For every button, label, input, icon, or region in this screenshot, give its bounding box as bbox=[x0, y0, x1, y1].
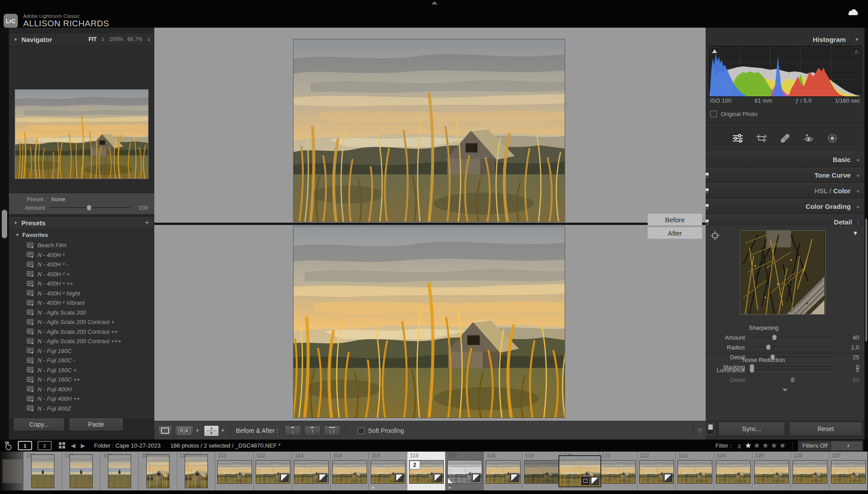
main-window-button[interactable]: 1 bbox=[18, 441, 32, 450]
preset-item[interactable]: N - 400H ⁴ ++ bbox=[9, 279, 154, 289]
copy-button[interactable]: Copy... bbox=[13, 418, 65, 431]
navigator-preview[interactable] bbox=[15, 90, 148, 179]
preset-item[interactable]: N - 400H ⁴ Vibrant bbox=[9, 298, 154, 308]
filters-dropdown[interactable]: Filters Off ⇕ bbox=[798, 441, 863, 451]
filmstrip-cell[interactable]: 106 bbox=[24, 452, 62, 490]
basic-adjustments-tool-icon[interactable] bbox=[732, 133, 744, 143]
reference-view-button[interactable]: R|A bbox=[175, 425, 194, 436]
photo-thumbnail[interactable] bbox=[294, 461, 328, 483]
slider-thumb[interactable] bbox=[790, 377, 795, 382]
photo-thumbnail[interactable] bbox=[448, 461, 482, 483]
photo-thumbnail[interactable] bbox=[185, 455, 207, 488]
rating-star-5[interactable]: ★ bbox=[779, 441, 788, 450]
left-panel-rail[interactable] bbox=[0, 28, 9, 440]
filmstrip-cell[interactable]: 115 bbox=[369, 452, 407, 490]
detail-preview-disclosure-icon[interactable]: ▼ bbox=[852, 230, 858, 237]
photo-thumbnail[interactable] bbox=[147, 455, 169, 488]
photo-thumbnail[interactable] bbox=[640, 461, 674, 483]
panel-autohide-arrow-icon[interactable] bbox=[431, 1, 438, 4]
highlight-clipping-button[interactable] bbox=[852, 47, 860, 54]
soft-proofing-control[interactable]: Soft Proofing bbox=[358, 427, 404, 434]
masking-tool-icon[interactable] bbox=[827, 133, 838, 143]
reference-view-dropdown-icon[interactable]: ▼ bbox=[195, 428, 199, 433]
preset-item[interactable]: N - Fuji 160C + bbox=[9, 365, 154, 375]
adjustment-panel-header[interactable]: Color Grading ◄ ⌄⌄ bbox=[706, 199, 864, 214]
zoom-fit-stepper-icon[interactable]: ⇕ bbox=[101, 37, 104, 42]
grid-view-icon[interactable] bbox=[59, 442, 66, 449]
zoom-pct-stepper-icon[interactable]: ⇕ bbox=[147, 37, 151, 42]
preset-item[interactable]: N - 400H ⁴ - bbox=[9, 260, 154, 270]
rating-star-4[interactable]: ★ bbox=[771, 441, 779, 450]
photo-thumbnail[interactable] bbox=[256, 461, 290, 483]
histogram-header[interactable]: Histogram ▼ bbox=[706, 33, 864, 45]
preset-item[interactable]: N - Fuji 160C ++ bbox=[9, 375, 154, 385]
panel-scroll-arrow-icon[interactable] bbox=[782, 389, 788, 391]
crop-tool-icon[interactable] bbox=[756, 133, 767, 143]
photo-thumbnail[interactable] bbox=[678, 461, 712, 483]
swap-before-after-button[interactable]: ↓↑ bbox=[324, 425, 340, 436]
preset-item[interactable]: N - Agfa Scala 200 Contrast + bbox=[9, 317, 154, 327]
red-eye-tool-icon[interactable] bbox=[803, 133, 814, 143]
navigator-disclosure-icon[interactable]: ▼ bbox=[13, 37, 18, 42]
preset-item[interactable]: N - Fuji 160C - bbox=[9, 356, 154, 365]
photo-thumbnail[interactable] bbox=[525, 461, 558, 483]
filmstrip-cell[interactable]: 114 bbox=[331, 452, 369, 490]
detail-target-icon[interactable] bbox=[710, 231, 720, 241]
filmstrip-cell[interactable]: 122 bbox=[637, 452, 676, 490]
photo-thumbnail[interactable] bbox=[70, 455, 92, 488]
next-photo-icon[interactable]: ▶ bbox=[81, 442, 85, 449]
copy-before-to-after-button[interactable]: ↓ bbox=[285, 425, 301, 436]
add-preset-button[interactable]: + bbox=[145, 219, 149, 227]
filmstrip-cell[interactable]: 121 bbox=[599, 452, 637, 490]
filmstrip-cell[interactable]: 120 bbox=[561, 452, 599, 490]
filmstrip-cell[interactable]: 111 bbox=[215, 452, 254, 490]
photo-thumbnail[interactable] bbox=[108, 455, 131, 488]
slider-thumb[interactable] bbox=[766, 345, 771, 350]
adjustment-badge-icon[interactable] bbox=[472, 473, 480, 482]
photo-thumbnail[interactable] bbox=[755, 461, 789, 483]
slider-track[interactable] bbox=[749, 379, 836, 381]
paste-button[interactable]: Paste bbox=[69, 418, 124, 431]
panel-enable-switch[interactable] bbox=[706, 203, 709, 210]
preset-item[interactable]: N - 400H ⁴ Night bbox=[9, 289, 154, 299]
flag-dot[interactable] bbox=[449, 487, 451, 489]
solo-mode-icon[interactable]: ◄ bbox=[855, 157, 860, 162]
filmstrip-cell[interactable]: 126 bbox=[791, 452, 829, 490]
preset-item[interactable]: N - 400H ⁴ bbox=[9, 250, 154, 260]
filmstrip-cell[interactable]: 124 bbox=[714, 452, 752, 490]
preset-item[interactable]: N - Fuji 800Z bbox=[9, 404, 154, 414]
adjustment-panel-header[interactable]: HSL / Color ◄ ⌄⌄ bbox=[706, 183, 864, 199]
preset-item[interactable]: N - Fuji 400H ++ bbox=[9, 394, 154, 404]
adjustment-panel-header[interactable]: Basic ◄ ⌄⌄ bbox=[706, 152, 864, 167]
toolbar-options-icon[interactable]: ▽ bbox=[698, 428, 702, 434]
soft-proofing-checkbox[interactable] bbox=[358, 428, 364, 434]
after-image[interactable] bbox=[293, 226, 565, 418]
original-photo-control[interactable]: Original Photo bbox=[710, 111, 757, 117]
preset-item[interactable]: N - Agfa Scala 200 Contrast +++ bbox=[9, 336, 154, 346]
right-panel-scrollbar[interactable] bbox=[865, 219, 867, 341]
photo-thumbnail[interactable] bbox=[486, 461, 520, 483]
filmstrip-cell[interactable]: 125 bbox=[752, 452, 791, 490]
photo-thumbnail[interactable] bbox=[601, 461, 635, 483]
adjustment-panel-header[interactable]: Tone Curve ◄ ⌄⌄ bbox=[706, 167, 864, 183]
filmstrip-cell[interactable]: 110 bbox=[177, 452, 215, 490]
photo-thumbnail[interactable] bbox=[716, 461, 750, 483]
histogram[interactable] bbox=[709, 46, 862, 97]
rating-gte-icon[interactable]: ≥ bbox=[738, 442, 741, 449]
loupe-view-button[interactable] bbox=[158, 425, 172, 436]
flag-dot[interactable] bbox=[410, 487, 412, 489]
previous-photo-icon[interactable]: ◀ bbox=[71, 442, 75, 449]
filmstrip-cell[interactable]: 108 bbox=[100, 452, 139, 490]
folder-breadcrumb[interactable]: Folder : Cape 10-27-2023 bbox=[94, 442, 161, 449]
filters-dropdown-stepper-icon[interactable]: ⇕ bbox=[831, 441, 863, 450]
presets-group-favorites[interactable]: ▼ Favorites bbox=[15, 230, 154, 240]
filmstrip-cell[interactable]: 116 2 bbox=[407, 452, 446, 490]
slider-track[interactable] bbox=[749, 347, 836, 348]
preset-item[interactable]: N - Fuji 160C bbox=[9, 346, 154, 356]
original-photo-checkbox[interactable] bbox=[710, 111, 717, 117]
photo-thumbnail[interactable] bbox=[793, 461, 827, 483]
slider-thumb[interactable] bbox=[772, 335, 777, 340]
adjustment-badge-icon[interactable] bbox=[664, 473, 672, 482]
filmstrip-cell[interactable]: 127 bbox=[829, 452, 868, 490]
zoom-pct-button[interactable]: 66.7% bbox=[128, 36, 143, 42]
